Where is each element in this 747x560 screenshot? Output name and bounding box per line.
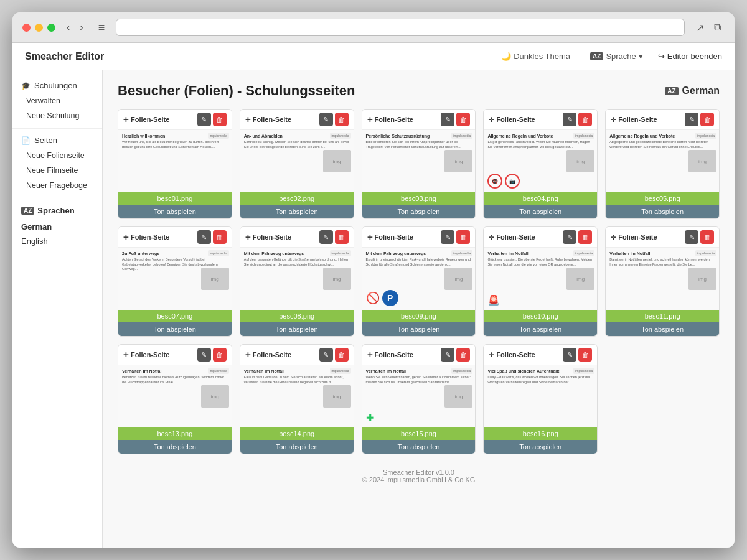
play-button-10[interactable]: Ton abspielen [484, 322, 597, 336]
maximize-button[interactable] [47, 24, 55, 32]
play-button-14[interactable]: Ton abspielen [240, 440, 354, 454]
edit-button-15[interactable]: ✎ [441, 348, 454, 362]
card-11: ✛ Folien-Seite ✎ 🗑 Verhalten im Notfall … [605, 226, 720, 337]
delete-button-1[interactable]: 🗑 [213, 113, 227, 126]
delete-button-16[interactable]: 🗑 [578, 348, 592, 362]
delete-button-14[interactable]: 🗑 [335, 348, 349, 362]
move-icon-3: ✛ [367, 116, 372, 123]
delete-button-9[interactable]: 🗑 [456, 230, 470, 244]
card-8: ✛ Folien-Seite ✎ 🗑 Mit dem Fahrzeug unte… [240, 226, 354, 337]
sidebar-item-schulungen[interactable]: 🎓 Schulungen [12, 78, 102, 93]
card-4: ✛ Folien-Seite ✎ 🗑 Allgemeine Regeln und… [483, 109, 598, 219]
play-button-15[interactable]: Ton abspielen [362, 440, 476, 454]
sidebar-sprachen-label: Sprachen [37, 206, 74, 215]
play-button-5[interactable]: Ton abspielen [606, 205, 719, 218]
card-filename-9: besc09.png [362, 310, 476, 322]
back-button[interactable]: ‹ [63, 21, 73, 34]
edit-button-7[interactable]: ✎ [197, 230, 211, 244]
edit-button-10[interactable]: ✎ [563, 230, 576, 244]
edit-button-14[interactable]: ✎ [319, 348, 333, 362]
copy-button[interactable]: ⧉ [710, 21, 725, 35]
delete-button-2[interactable]: 🗑 [335, 113, 349, 126]
language-button[interactable]: AZ Sprache ▾ [585, 49, 648, 63]
exit-label: Editor beenden [667, 52, 722, 61]
edit-button-16[interactable]: ✎ [563, 348, 576, 362]
card-title-4: ✛ Folien-Seite [489, 116, 535, 123]
menu-button[interactable]: ≡ [95, 20, 109, 35]
card-filename-10: besc10.png [484, 310, 597, 322]
edit-button-1[interactable]: ✎ [197, 113, 211, 126]
card-filename-11: besc11.png [606, 310, 719, 322]
play-button-7[interactable]: Ton abspielen [118, 322, 232, 336]
delete-button-8[interactable]: 🗑 [335, 230, 349, 244]
play-button-13[interactable]: Ton abspielen [118, 440, 232, 454]
delete-button-15[interactable]: 🗑 [456, 348, 470, 362]
delete-button-5[interactable]: 🗑 [700, 113, 714, 126]
delete-button-3[interactable]: 🗑 [456, 113, 470, 126]
edit-button-8[interactable]: ✎ [319, 230, 333, 244]
moon-icon: 🌙 [501, 52, 511, 61]
delete-button-13[interactable]: 🗑 [213, 348, 227, 362]
card-actions-13: ✎ 🗑 [197, 348, 227, 362]
sidebar-divider-2 [12, 198, 102, 198]
card-preview-3: Persönliche Schutzausrüstung Bitte infor… [362, 130, 476, 192]
card-15: ✛ Folien-Seite ✎ 🗑 Verhalten im Notfall … [362, 344, 476, 454]
move-icon-4: ✛ [489, 116, 494, 123]
delete-button-7[interactable]: 🗑 [213, 230, 227, 244]
dark-theme-button[interactable]: 🌙 Dunkles Thema [496, 49, 575, 63]
edit-button-2[interactable]: ✎ [319, 113, 333, 126]
sidebar-item-german[interactable]: German [12, 220, 102, 234]
sidebar-item-neue-filmseite[interactable]: Neue Filmseite [12, 163, 102, 178]
title-bar: ‹ › ≡ ↗ ⧉ [12, 12, 735, 43]
move-icon-2: ✛ [245, 116, 250, 123]
sidebar-item-neue-folienseite[interactable]: Neue Folienseite [12, 148, 102, 163]
sidebar-item-neuer-frageboge[interactable]: Neuer Frageboge [12, 178, 102, 193]
edit-button-11[interactable]: ✎ [685, 230, 698, 244]
cards-grid: ✛ Folien-Seite ✎ 🗑 Herzlich willkommen W… [118, 109, 720, 219]
app-title: Smeacher Editor [25, 51, 104, 62]
close-button[interactable] [22, 24, 31, 32]
content-lang-label: German [682, 85, 720, 96]
play-button-11[interactable]: Ton abspielen [606, 322, 719, 336]
card-logo-4: impulsmedia [573, 133, 594, 139]
card-5: ✛ Folien-Seite ✎ 🗑 Allgemeine Regeln und… [605, 109, 720, 219]
card-preview-1: Herzlich willkommen Wir freuen uns, Sie … [118, 130, 232, 192]
card-title-16: ✛ Folien-Seite [489, 351, 535, 358]
card-label-5: Folien-Seite [618, 116, 657, 123]
sidebar-item-seiten[interactable]: 📄 Seiten [12, 133, 102, 148]
play-button-2[interactable]: Ton abspielen [240, 205, 354, 218]
address-bar[interactable] [116, 19, 685, 36]
content-title: Besucher (Folien) - Schulungsseiten [118, 83, 355, 99]
delete-button-10[interactable]: 🗑 [578, 230, 592, 244]
card-logo-7: impulsmedia [208, 250, 229, 256]
sidebar-item-neue-schulung[interactable]: Neue Schulung [12, 108, 102, 123]
play-button-1[interactable]: Ton abspielen [118, 205, 232, 218]
play-button-9[interactable]: Ton abspielen [362, 322, 476, 336]
card-preview-8: Mit dem Fahrzeug unterwegs Auf dem gesam… [240, 248, 354, 310]
card-header-10: ✛ Folien-Seite ✎ 🗑 [484, 227, 597, 248]
sidebar-item-verwalten[interactable]: Verwalten [12, 93, 102, 108]
school-icon: 🎓 [21, 82, 31, 90]
exit-editor-button[interactable]: ↪ Editor beenden [658, 52, 722, 61]
edit-button-13[interactable]: ✎ [197, 348, 211, 362]
card-preview-inner-1: Herzlich willkommen Wir freuen uns, Sie … [118, 130, 232, 192]
minimize-button[interactable] [35, 24, 43, 32]
forward-button[interactable]: › [76, 21, 87, 34]
play-button-3[interactable]: Ton abspielen [362, 205, 476, 218]
play-button-4[interactable]: Ton abspielen [484, 205, 597, 218]
external-link-button[interactable]: ↗ [692, 21, 708, 35]
delete-button-11[interactable]: 🗑 [700, 230, 714, 244]
edit-button-9[interactable]: ✎ [441, 230, 454, 244]
sidebar-neue-filmseite-label: Neue Filmseite [26, 166, 78, 175]
sidebar-item-english[interactable]: English [12, 234, 102, 248]
edit-button-3[interactable]: ✎ [441, 113, 454, 126]
delete-button-4[interactable]: 🗑 [578, 113, 592, 126]
play-button-16[interactable]: Ton abspielen [484, 440, 597, 454]
play-button-8[interactable]: Ton abspielen [240, 322, 354, 336]
card-filename-3: besc03.png [362, 192, 476, 205]
card-label-7: Folien-Seite [131, 233, 169, 241]
edit-button-4[interactable]: ✎ [563, 113, 576, 126]
edit-button-5[interactable]: ✎ [685, 113, 698, 126]
card-logo-3: impulsmedia [451, 133, 472, 139]
card-preview-14: Verhalten im Notfall Falls in dem Gebäud… [240, 365, 354, 427]
